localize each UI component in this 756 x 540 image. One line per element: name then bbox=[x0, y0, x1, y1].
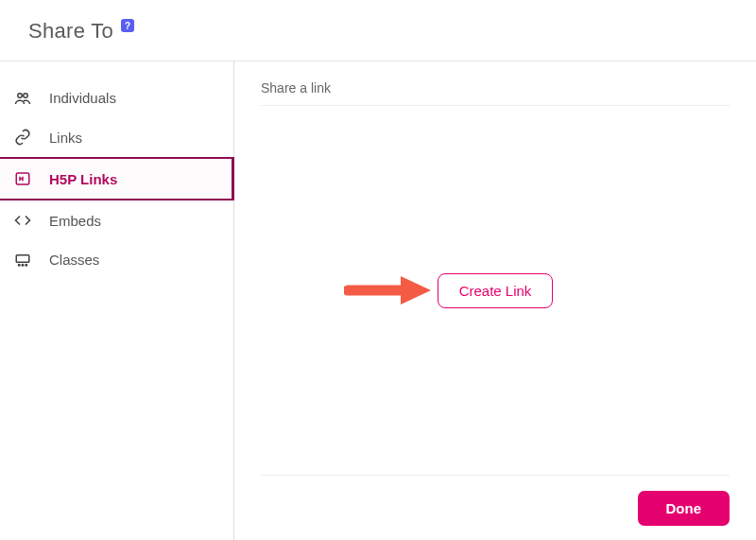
create-link-button[interactable]: Create Link bbox=[438, 273, 554, 308]
h5p-icon bbox=[13, 170, 32, 187]
link-icon bbox=[13, 129, 32, 146]
group-icon bbox=[13, 91, 32, 106]
sidebar-item-links[interactable]: Links bbox=[0, 117, 233, 157]
sidebar-item-label: Embeds bbox=[49, 213, 101, 229]
sidebar-item-embeds[interactable]: Embeds bbox=[0, 200, 233, 240]
code-icon bbox=[13, 212, 32, 229]
main-panel: Share a link Create Link Done bbox=[234, 61, 756, 540]
svg-marker-8 bbox=[401, 276, 431, 305]
sidebar-item-label: Classes bbox=[49, 252, 99, 268]
sidebar-item-classes[interactable]: Classes bbox=[0, 240, 233, 279]
content-area: Create Link bbox=[261, 106, 730, 475]
dialog-body: Individuals Links H5P Links bbox=[0, 61, 756, 540]
svg-point-5 bbox=[22, 264, 24, 266]
svg-rect-3 bbox=[16, 254, 29, 262]
sidebar-item-label: H5P Links bbox=[49, 171, 117, 187]
class-icon bbox=[13, 253, 32, 268]
arrow-annotation bbox=[344, 274, 433, 306]
section-heading: Share a link bbox=[261, 80, 730, 105]
help-icon[interactable]: ? bbox=[121, 19, 134, 32]
svg-point-1 bbox=[24, 93, 28, 97]
sidebar-item-h5p-links[interactable]: H5P Links bbox=[0, 157, 234, 200]
svg-point-0 bbox=[18, 93, 23, 97]
sidebar-item-label: Links bbox=[49, 130, 82, 146]
svg-point-6 bbox=[26, 264, 27, 266]
footer: Done bbox=[261, 475, 730, 526]
svg-point-4 bbox=[19, 264, 21, 266]
share-sidebar: Individuals Links H5P Links bbox=[0, 61, 234, 540]
sidebar-item-individuals[interactable]: Individuals bbox=[0, 78, 233, 117]
sidebar-item-label: Individuals bbox=[49, 90, 116, 106]
done-button[interactable]: Done bbox=[638, 491, 730, 526]
dialog-header: Share To ? bbox=[0, 0, 756, 61]
dialog-title: Share To bbox=[28, 19, 113, 44]
